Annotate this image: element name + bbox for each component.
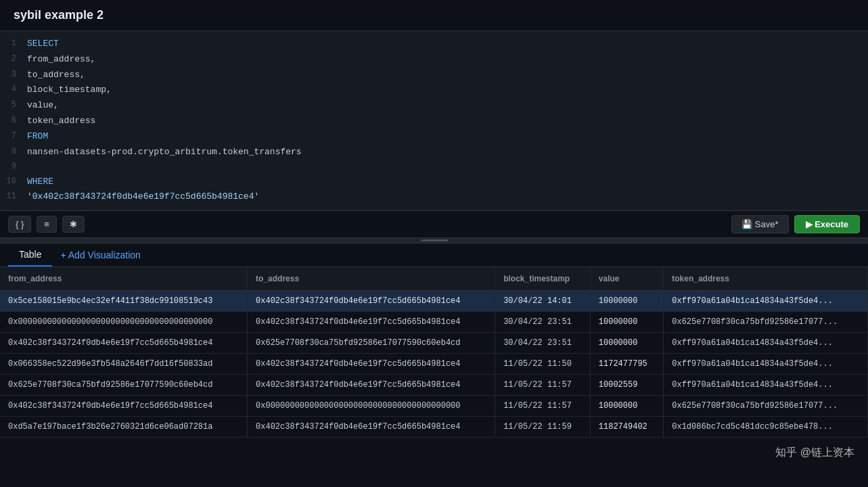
divider-handle [421, 239, 448, 241]
cell-token_address: 0xff970a61a04b1ca14834a43f5de4... [664, 354, 868, 375]
col-token-address: token_address [664, 267, 868, 291]
col-value: value [590, 267, 663, 291]
code-line: 3 to_address, [0, 68, 868, 83]
cell-block_timestamp: 30/04/22 14:01 [495, 291, 591, 312]
code-editor[interactable]: 1SELECT2 from_address,3 to_address,4 blo… [0, 31, 868, 211]
code-line: 10WHERE [0, 175, 868, 190]
cell-to_address: 0x625e7708f30ca75bfd92586e17077590c60eb4… [248, 333, 495, 354]
cell-to_address: 0x402c38f343724f0db4e6e19f7cc5d665b4981c… [248, 375, 495, 396]
results-table: from_address to_address block_timestamp … [0, 267, 868, 438]
line-content: FROM [27, 130, 48, 144]
results-area: Table + Add Visualization from_address t… [0, 244, 868, 487]
resize-divider[interactable] [0, 238, 868, 244]
extra-btn[interactable]: ✱ [62, 216, 85, 233]
code-line: 2 from_address, [0, 52, 868, 68]
table-container[interactable]: from_address to_address block_timestamp … [0, 267, 868, 487]
cell-value: 10002559 [590, 375, 663, 396]
cell-block_timestamp: 11/05/22 11:57 [495, 375, 591, 396]
cell-from_address: 0x402c38f343724f0db4e6e19f7cc5d665b4981c… [0, 396, 248, 417]
code-line: 5 value, [0, 98, 868, 114]
table-row: 0x00000000000000000000000000000000000000… [0, 312, 868, 333]
cell-to_address: 0x00000000000000000000000000000000000000… [248, 396, 495, 417]
table-row: 0xd5a7e197bace1f3b26e2760321d6ce06ad0728… [0, 417, 868, 438]
table-row: 0x402c38f343724f0db4e6e19f7cc5d665b4981c… [0, 333, 868, 354]
code-line: 11 '0x402c38f343724f0db4e6e19f7cc5d665b4… [0, 189, 868, 205]
code-line: 1SELECT [0, 37, 868, 52]
cell-value: 1172477795 [590, 354, 663, 375]
cell-token_address: 0xff970a61a04b1ca14834a43f5de4... [664, 375, 868, 396]
line-number: 1 [0, 37, 27, 50]
line-number: 3 [0, 68, 27, 81]
cell-token_address: 0x1d086bc7cd5c481dcc9c85ebe478... [664, 417, 868, 438]
cell-from_address: 0x5ce158015e9bc4ec32ef4411f38dc99108519c… [0, 291, 248, 312]
format-btn[interactable]: ≡ [37, 216, 57, 233]
line-content: to_address, [27, 68, 85, 83]
cell-value: 10000000 [590, 333, 663, 354]
save-button[interactable]: 💾 Save* [731, 215, 788, 233]
toolbar: { } ≡ ✱ 💾 Save* ▶ Execute [0, 211, 868, 238]
line-content: block_timestamp, [27, 83, 112, 97]
col-block-timestamp: block_timestamp [495, 267, 591, 291]
cell-from_address: 0x402c38f343724f0db4e6e19f7cc5d665b4981c… [0, 333, 248, 354]
cell-value: 10000000 [590, 396, 663, 417]
cell-block_timestamp: 11/05/22 11:50 [495, 354, 591, 375]
line-number: 2 [0, 53, 27, 66]
cell-value: 1182749402 [590, 417, 663, 438]
cell-block_timestamp: 11/05/22 11:59 [495, 417, 591, 438]
line-content: nansen-datasets-prod.crypto_arbitrum.tok… [27, 145, 302, 160]
line-content: from_address, [27, 53, 95, 67]
cell-token_address: 0xff970a61a04b1ca14834a43f5de4... [664, 291, 868, 312]
cell-to_address: 0x402c38f343724f0db4e6e19f7cc5d665b4981c… [248, 291, 495, 312]
line-number: 7 [0, 130, 27, 143]
page-title: sybil example 2 [14, 8, 104, 22]
cell-to_address: 0x402c38f343724f0db4e6e19f7cc5d665b4981c… [248, 354, 495, 375]
tab-table[interactable]: Table [8, 244, 52, 266]
execute-button[interactable]: ▶ Execute [794, 215, 860, 233]
json-btn[interactable]: { } [8, 216, 31, 233]
code-line: 7FROM [0, 129, 868, 145]
cell-from_address: 0x625e7708f30ca75bfd92586e17077590c60eb4… [0, 375, 248, 396]
cell-value: 10000000 [590, 291, 663, 312]
line-content: SELECT [27, 37, 59, 51]
line-number: 4 [0, 83, 27, 96]
line-number: 9 [0, 160, 27, 173]
app-header: sybil example 2 [0, 0, 868, 31]
line-number: 6 [0, 114, 27, 127]
line-content: token_address [27, 114, 95, 129]
cell-block_timestamp: 30/04/22 23:51 [495, 312, 591, 333]
cell-from_address: 0x00000000000000000000000000000000000000… [0, 312, 248, 333]
cell-token_address: 0xff970a61a04b1ca14834a43f5de4... [664, 333, 868, 354]
line-number: 5 [0, 99, 27, 112]
cell-to_address: 0x402c38f343724f0db4e6e19f7cc5d665b4981c… [248, 417, 495, 438]
toolbar-right: 💾 Save* ▶ Execute [731, 215, 860, 233]
cell-to_address: 0x402c38f343724f0db4e6e19f7cc5d665b4981c… [248, 312, 495, 333]
line-number: 11 [0, 190, 27, 203]
cell-token_address: 0x625e7708f30ca75bfd92586e17077... [664, 396, 868, 417]
line-content: WHERE [27, 175, 53, 189]
cell-from_address: 0xd5a7e197bace1f3b26e2760321d6ce06ad0728… [0, 417, 248, 438]
cell-value: 10000000 [590, 312, 663, 333]
table-header-row: from_address to_address block_timestamp … [0, 267, 868, 291]
cell-from_address: 0x066358ec522d96e3fb548a2646f7dd16f50833… [0, 354, 248, 375]
toolbar-left: { } ≡ ✱ [8, 216, 85, 233]
code-line: 4 block_timestamp, [0, 83, 868, 98]
add-visualization-btn[interactable]: + Add Visualization [52, 244, 148, 266]
tabs-row: Table + Add Visualization [0, 244, 868, 267]
col-to-address: to_address [248, 267, 495, 291]
cell-block_timestamp: 11/05/22 11:57 [495, 396, 591, 417]
code-line: 6 token_address [0, 114, 868, 129]
table-row: 0x402c38f343724f0db4e6e19f7cc5d665b4981c… [0, 396, 868, 417]
table-row: 0x066358ec522d96e3fb548a2646f7dd16f50833… [0, 354, 868, 375]
line-content: value, [27, 99, 59, 113]
line-content: '0x402c38f343724f0db4e6e19f7cc5d665b4981… [27, 190, 259, 204]
table-row: 0x625e7708f30ca75bfd92586e17077590c60eb4… [0, 375, 868, 396]
line-number: 8 [0, 145, 27, 158]
line-number: 10 [0, 175, 27, 188]
col-from-address: from_address [0, 267, 248, 291]
cell-token_address: 0x625e7708f30ca75bfd92586e17077... [664, 312, 868, 333]
table-row: 0x5ce158015e9bc4ec32ef4411f38dc99108519c… [0, 291, 868, 312]
code-line: 8 nansen-datasets-prod.crypto_arbitrum.t… [0, 145, 868, 160]
cell-block_timestamp: 30/04/22 23:51 [495, 333, 591, 354]
code-line: 9 [0, 160, 868, 174]
